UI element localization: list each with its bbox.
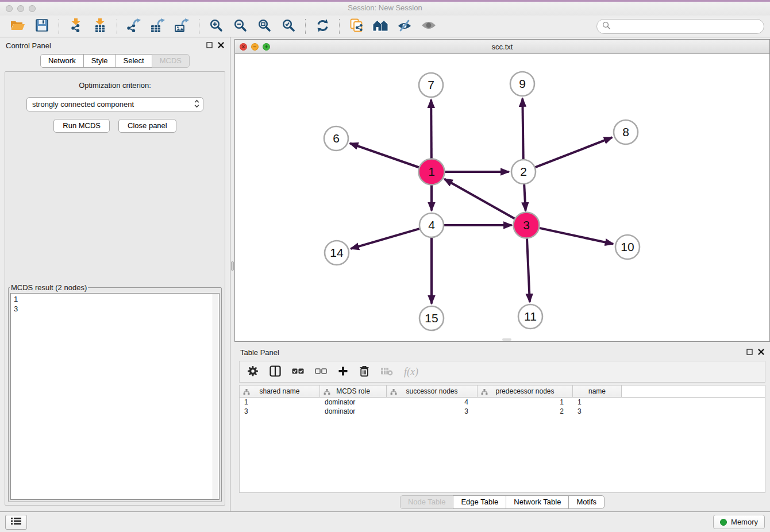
close-table-panel-icon[interactable]	[758, 348, 764, 357]
zoom-fit-icon	[257, 18, 271, 34]
tab-node-table[interactable]: Node Table	[400, 495, 454, 509]
task-history-button[interactable]	[5, 515, 27, 530]
plus-icon	[338, 366, 348, 378]
edge-1-7[interactable]	[431, 99, 432, 159]
edge-2-8[interactable]	[536, 137, 613, 167]
search-input[interactable]	[613, 22, 759, 30]
zoom-out-button[interactable]	[228, 17, 252, 36]
import-table-button[interactable]	[88, 17, 112, 36]
export-table-button[interactable]	[146, 17, 170, 36]
zoom-fit-button[interactable]	[252, 17, 276, 36]
table-row[interactable]: 1dominator411	[240, 398, 765, 407]
column-header-successor-nodes[interactable]: successor nodes	[387, 385, 478, 397]
network-close-button[interactable]: ×	[240, 43, 247, 51]
column-header-mcds-role[interactable]: MCDS role	[320, 385, 387, 397]
unselect-all-columns-button[interactable]	[315, 363, 327, 380]
node-label-3: 3	[523, 218, 530, 232]
criterion-select[interactable]: strongly connected component	[26, 97, 203, 111]
cell-shared-name[interactable]: 3	[240, 407, 320, 416]
cell-successor-nodes[interactable]: 3	[387, 407, 478, 416]
cell-name[interactable]: 3	[573, 407, 622, 416]
hierarchy-icon	[324, 388, 330, 396]
node-label-4: 4	[428, 218, 435, 232]
cell-predecessor-nodes[interactable]: 2	[478, 407, 573, 416]
column-header-shared-name[interactable]: shared name	[240, 385, 320, 397]
zoom-in-button[interactable]	[204, 17, 228, 36]
node-label-14: 14	[330, 246, 344, 259]
column-header-name[interactable]: name	[573, 385, 622, 397]
column-label: MCDS role	[336, 387, 370, 395]
fx-icon: f(x)	[404, 366, 418, 378]
cell-shared-name[interactable]: 1	[240, 398, 320, 407]
panel-divider[interactable]	[230, 37, 234, 511]
toolbar-separator	[117, 19, 117, 34]
tab-network-table[interactable]: Network Table	[506, 495, 569, 509]
cell-name[interactable]: 1	[573, 398, 622, 407]
table-panel-title: Table Panel	[240, 348, 279, 357]
edge-3-11[interactable]	[527, 238, 530, 302]
export-image-button[interactable]	[170, 17, 194, 36]
hide-details-button[interactable]	[392, 17, 417, 36]
mcds-panel: Optimization criterion: strongly connect…	[5, 71, 225, 506]
edge-2-3[interactable]	[524, 184, 525, 211]
columns-icon	[270, 365, 281, 379]
tab-style[interactable]: Style	[83, 54, 116, 68]
tab-network[interactable]: Network	[40, 54, 84, 68]
edge-4-14[interactable]	[351, 229, 419, 249]
table-settings-button[interactable]	[247, 363, 259, 380]
run-mcds-button[interactable]: Run MCDS	[53, 119, 110, 133]
search-field[interactable]	[596, 19, 764, 34]
zoom-out-icon	[233, 18, 247, 34]
result-scrollbar[interactable]	[213, 294, 218, 499]
network-minimize-button[interactable]: −	[251, 43, 259, 51]
edge-3-10[interactable]	[539, 228, 614, 244]
add-column-button[interactable]	[338, 363, 348, 380]
node-label-9: 9	[519, 77, 526, 90]
tab-motifs[interactable]: Motifs	[568, 495, 605, 509]
network-maximize-button[interactable]: +	[263, 43, 270, 51]
tab-select[interactable]: Select	[116, 54, 152, 68]
cell-mcds-role[interactable]: dominator	[320, 398, 387, 407]
table-panel-header: Table Panel	[234, 344, 770, 360]
close-panel-button[interactable]: Close panel	[118, 119, 176, 133]
network-canvas[interactable]: 1234678910111415	[235, 54, 769, 341]
mcds-result-box[interactable]: 1 3	[10, 293, 220, 500]
toolbar-separator	[339, 19, 340, 34]
copy-network-icon	[349, 18, 363, 34]
show-details-button[interactable]	[417, 17, 441, 36]
cell-predecessor-nodes[interactable]: 1	[478, 398, 573, 407]
open-file-button[interactable]	[6, 17, 30, 36]
edge-3-1[interactable]	[444, 179, 515, 219]
node-label-1: 1	[428, 165, 435, 178]
table-row[interactable]: 3dominator323	[240, 407, 765, 416]
tab-mcds[interactable]: MCDS	[152, 54, 190, 68]
clone-network-button[interactable]	[344, 17, 368, 36]
mcds-result-group: MCDS result (2 nodes) 1 3	[8, 283, 222, 502]
edge-1-6[interactable]	[350, 143, 419, 167]
close-panel-icon[interactable]	[218, 41, 224, 50]
save-session-button[interactable]	[30, 17, 54, 36]
select-all-columns-button[interactable]	[292, 363, 304, 380]
edge-2-9[interactable]	[522, 98, 523, 159]
tab-edge-table[interactable]: Edge Table	[453, 495, 506, 509]
network-window-titlebar: × − + scc.txt	[235, 40, 769, 54]
divider-grip[interactable]	[231, 261, 234, 271]
mcds-result-title: MCDS result (2 nodes)	[10, 283, 88, 292]
apply-layout-button[interactable]	[310, 17, 334, 36]
export-network-button[interactable]	[122, 17, 146, 36]
float-table-panel-icon[interactable]	[746, 348, 753, 357]
float-panel-icon[interactable]	[206, 41, 213, 50]
import-network-button[interactable]	[64, 17, 88, 36]
cell-mcds-role[interactable]: dominator	[320, 407, 387, 416]
memory-status-icon	[720, 519, 727, 526]
right-column: × − + scc.txt 1234678910111415 Table Pan…	[234, 37, 770, 511]
delete-column-button[interactable]	[359, 363, 369, 380]
canvas-resize-grip[interactable]	[502, 338, 511, 341]
zoom-selected-button[interactable]	[276, 17, 301, 36]
memory-button[interactable]: Memory	[713, 515, 765, 529]
column-layout-button[interactable]	[270, 363, 281, 380]
houses-icon	[372, 20, 388, 33]
reset-view-button[interactable]	[368, 17, 392, 36]
cell-successor-nodes[interactable]: 4	[387, 398, 478, 407]
column-header-predecessor-nodes[interactable]: predecessor nodes	[478, 385, 573, 397]
